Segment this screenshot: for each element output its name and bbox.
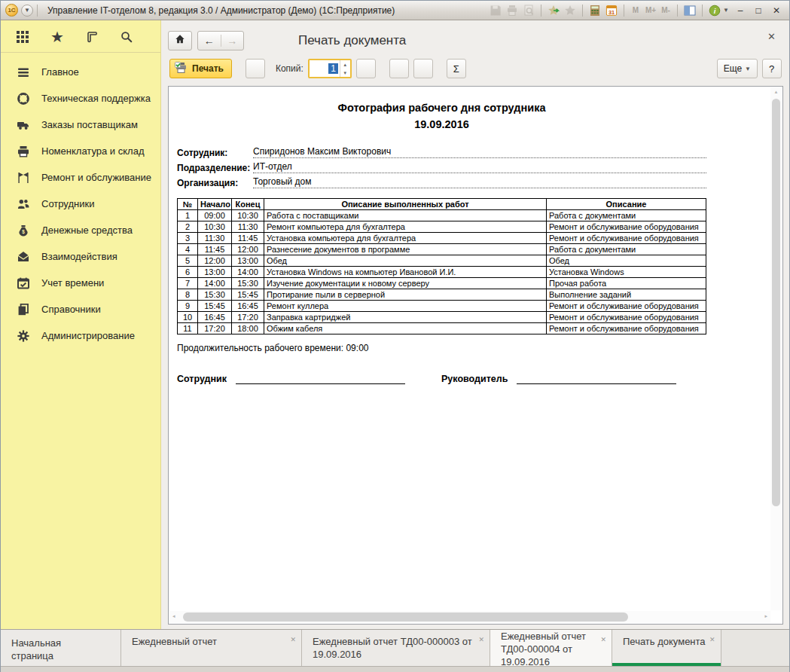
open-window-tab[interactable]: Ежедневный отчет ТД00-000003 от 19.09.20… xyxy=(302,630,490,666)
home-icon xyxy=(175,34,185,47)
close-button[interactable]: ✕ xyxy=(768,4,785,17)
tab-close-icon[interactable]: ✕ xyxy=(600,634,606,646)
send-email-button[interactable] xyxy=(413,59,433,78)
sidebar-item[interactable]: Главное xyxy=(1,59,160,85)
home-button[interactable] xyxy=(168,31,192,50)
favorites-star-icon[interactable]: ★ xyxy=(49,29,66,45)
tab-close-icon[interactable]: ✕ xyxy=(478,634,484,646)
add-favorite-icon[interactable] xyxy=(546,4,561,17)
app-window: 1С ▼ Управление IT-отделом 8, редакция 3… xyxy=(0,0,790,672)
system-menu-button[interactable]: ▼ xyxy=(21,5,33,17)
horizontal-scroll-thumb[interactable] xyxy=(183,612,628,622)
table-row: 9 15:45 16:45 Ремонт куллера Ремонт и об… xyxy=(178,300,706,311)
step-up-icon[interactable]: ▲ xyxy=(340,60,350,69)
sidebar-item[interactable]: Справочники xyxy=(1,296,160,322)
sidebar-item[interactable]: Сотрудники xyxy=(1,191,160,217)
sidebar-item[interactable]: Взаимодействия xyxy=(1,243,160,270)
window-title: Управление IT-отделом 8, редакция 3.0 / … xyxy=(47,5,487,16)
toolbar: Печать Копий: 1 ▲ ▼ Σ Еще▼ ? xyxy=(161,53,789,84)
menu-icon xyxy=(16,65,31,80)
sidebar-item[interactable]: Ремонт и обслуживание xyxy=(1,164,160,191)
horizontal-scrollbar[interactable]: ◂ ▸ xyxy=(169,611,770,623)
table-header-row: №НачалоКонецОписание выполненных работОп… xyxy=(178,198,706,209)
warehouse-icon xyxy=(16,144,31,159)
vertical-scrollbar[interactable]: ▲ xyxy=(770,87,782,610)
titlebar: 1С ▼ Управление IT-отделом 8, редакция 3… xyxy=(1,1,789,20)
split-window-icon[interactable] xyxy=(682,4,697,17)
open-window-tab[interactable]: Ежедневный отчет ТД00-000004 от 19.09.20… xyxy=(490,630,612,666)
info-dropdown-icon[interactable]: ▼ xyxy=(723,7,731,14)
scroll-up-icon[interactable]: ▲ xyxy=(770,90,782,94)
more-button[interactable]: Еще▼ xyxy=(717,59,758,78)
vertical-scroll-thumb[interactable] xyxy=(772,99,780,506)
mail-icon xyxy=(16,249,31,264)
print-preview-icon[interactable] xyxy=(521,4,536,17)
scroll-right-icon[interactable]: ▸ xyxy=(764,613,767,619)
sidebar-item[interactable]: Администрирование xyxy=(1,322,160,349)
forward-button[interactable]: → xyxy=(221,35,244,47)
scroll-left-icon[interactable]: ◂ xyxy=(172,613,175,619)
separator xyxy=(541,5,541,17)
signature-line xyxy=(517,373,676,384)
copies-stepper[interactable]: ▲ ▼ xyxy=(340,60,350,77)
save-icon[interactable] xyxy=(488,4,503,17)
preview-button[interactable] xyxy=(246,59,265,78)
sidebar-item-label: Справочники xyxy=(41,304,101,315)
table-row: 3 11:30 11:45 Установка компьютера для б… xyxy=(178,232,706,243)
step-down-icon[interactable]: ▼ xyxy=(340,69,350,77)
close-form-icon[interactable]: ✕ xyxy=(767,31,776,42)
search-icon[interactable] xyxy=(118,29,135,45)
memory-button[interactable]: M xyxy=(628,6,643,14)
info-icon[interactable]: i xyxy=(707,4,722,17)
print-icon[interactable] xyxy=(505,4,520,17)
edit-table-button[interactable] xyxy=(356,59,376,78)
memory-minus-button[interactable]: M- xyxy=(658,6,673,14)
open-window-tab[interactable]: Печать документа ✕ xyxy=(612,630,721,666)
table-header-cell: Конец xyxy=(232,198,264,209)
sidebar-tools: ★ xyxy=(1,20,160,53)
maximize-button[interactable]: □ xyxy=(750,4,767,17)
sidebar-menu: Главное Техническая поддержка Заказы пос… xyxy=(1,53,160,349)
document-field: Подразделение: ИТ-отдел xyxy=(177,161,706,173)
sidebar-item[interactable]: Номенклатура и склад xyxy=(1,138,160,164)
tab-label: Ежедневный отчет xyxy=(132,636,217,647)
field-value: Торговый дом xyxy=(253,176,706,188)
memory-plus-button[interactable]: M+ xyxy=(643,6,658,14)
sidebar-item-label: Ремонт и обслуживание xyxy=(41,172,151,183)
calendar-icon[interactable]: 31 xyxy=(604,4,619,17)
tab-label: Ежедневный отчет ТД00-000003 от 19.09.20… xyxy=(313,636,472,660)
minimize-button[interactable]: – xyxy=(732,4,749,17)
sum-button[interactable]: Σ xyxy=(447,59,466,78)
sidebar-item[interactable]: Техническая поддержка xyxy=(1,85,160,111)
print-button[interactable]: Печать xyxy=(169,59,232,78)
flags-icon xyxy=(16,170,31,185)
separator xyxy=(624,5,624,17)
tabbar: Начальная страница ✕ Ежедневный отчет ✕ … xyxy=(1,629,789,671)
history-icon[interactable] xyxy=(84,29,100,45)
tab-close-icon[interactable]: ✕ xyxy=(709,634,715,646)
open-window-tab[interactable]: Ежедневный отчет ✕ xyxy=(121,630,302,666)
apps-grid-icon[interactable] xyxy=(14,29,31,45)
favorites-icon[interactable] xyxy=(563,4,578,17)
sidebar-item-label: Учет времени xyxy=(41,277,104,289)
back-button[interactable]: ← xyxy=(198,35,221,47)
sidebar-item[interactable]: Учет времени xyxy=(1,270,160,296)
copies-input[interactable]: 1 ▲ ▼ xyxy=(308,59,352,78)
sidebar-item-label: Администрирование xyxy=(41,330,135,341)
gear-icon xyxy=(16,328,31,344)
sidebar-item[interactable]: $ Денежные средства xyxy=(1,217,160,243)
help-button[interactable]: ? xyxy=(762,59,782,78)
calculator-icon[interactable] xyxy=(587,4,602,17)
sidebar-item[interactable]: Заказы поставщикам xyxy=(1,111,160,138)
tab-close-icon[interactable]: ✕ xyxy=(290,634,296,646)
printer-check-icon xyxy=(175,62,188,76)
table-row: 5 12:00 13:00 Обед Обед xyxy=(178,255,706,266)
sidebar: ★ Главное Техническая поддержка xyxy=(1,20,161,629)
open-window-tab[interactable]: Начальная страница ✕ xyxy=(1,630,121,666)
content-header: ← → Печать документа ✕ xyxy=(161,20,789,53)
app-logo-icon: 1С xyxy=(5,4,18,17)
svg-text:$: $ xyxy=(22,228,25,234)
table-row: 6 13:00 14:00 Установка Windows на компь… xyxy=(178,266,706,277)
save-document-button[interactable] xyxy=(389,59,409,78)
document-page: Фотография рабочего дня сотрудника 19.09… xyxy=(169,87,714,384)
